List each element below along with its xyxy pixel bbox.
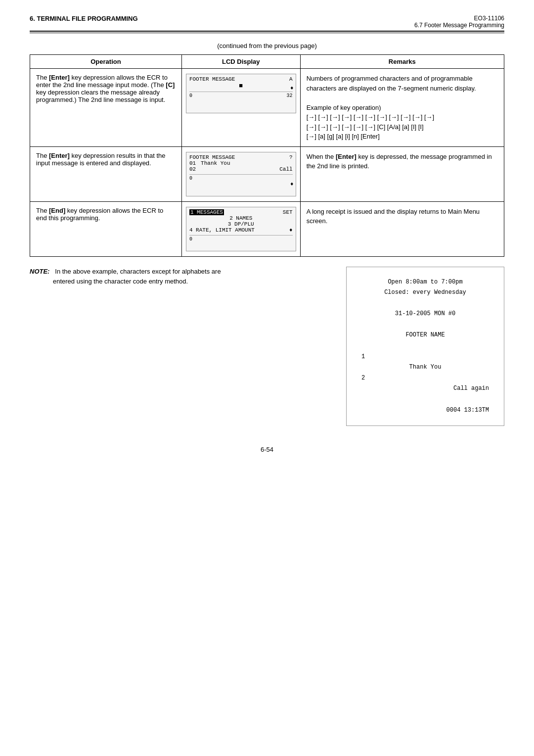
- remarks-cell-3: A long receipt is issued and the display…: [300, 201, 504, 256]
- operation-cell-3: The [End] key depression allows the ECR …: [30, 201, 182, 256]
- col-remarks: Remarks: [300, 55, 504, 69]
- note-section: NOTE: In the above example, characters e…: [30, 267, 504, 426]
- document-number: EO3-11106 6.7 Footer Message Programming: [414, 15, 504, 29]
- note-content: In the above example, characters except …: [51, 268, 221, 275]
- lcd-bar-3: 0: [189, 235, 293, 242]
- receipt-preview: Open 8:00am to 7:00pm Closed: every Wedn…: [346, 267, 504, 426]
- lcd-num-02: 02: [189, 166, 196, 172]
- receipt-blank-2: [361, 320, 489, 331]
- table-row: The [End] key depression allows the ECR …: [30, 201, 504, 256]
- op-text-2: The [Enter] key depression results in th…: [36, 152, 166, 167]
- page-number: 6-54: [30, 446, 504, 453]
- lcd-cursor: ■: [189, 82, 293, 90]
- lcd-arrow-2: ♦: [290, 181, 294, 187]
- col-lcd: LCD Display: [181, 55, 300, 69]
- table-row: The [Enter] key depression results in th…: [30, 146, 504, 201]
- lcd-cell-2: FOOTER MESSAGE ? 01 Thank You 02 Call ♦ …: [181, 146, 300, 201]
- lcd-num-01: 01: [189, 160, 196, 166]
- lcd-call: Call: [279, 166, 292, 172]
- receipt-blank-4: [361, 394, 489, 405]
- lcd-label-2: FOOTER MESSAGE: [189, 154, 235, 160]
- continued-label: (continued from the previous page): [30, 42, 504, 49]
- lcd-flag-1: A: [289, 76, 293, 82]
- receipt-thank-you: Thank You: [361, 362, 489, 373]
- lcd-cell-3: 1 MESSAGES SET 2 NAMES 3 DP/PLU 4 RATE, …: [181, 201, 300, 256]
- receipt-call-again: Call again: [361, 383, 489, 394]
- table-row: The [Enter] key depression allows the EC…: [30, 69, 504, 147]
- lcd-bar-1: 0 32: [189, 92, 293, 98]
- receipt-num-1: 1: [361, 352, 489, 363]
- receipt-blank-1: [361, 298, 489, 309]
- lcd-thankyou: Thank You: [201, 160, 230, 166]
- note-label: NOTE:: [30, 268, 49, 275]
- note-content-2: entered using the character code entry m…: [30, 278, 188, 285]
- lcd-cell-1: FOOTER MESSAGE A ■ ♦ 0 32: [181, 69, 300, 147]
- lcd-names: 2 NAMES: [189, 215, 293, 221]
- remarks-cell-2: When the [Enter] key is depressed, the m…: [300, 146, 504, 201]
- lcd-arrow-3: ♦: [289, 227, 293, 233]
- col-operation: Operation: [30, 55, 182, 69]
- operation-cell-2: The [Enter] key depression results in th…: [30, 146, 182, 201]
- receipt-date: 31-10-2005 MON #0: [361, 309, 489, 320]
- lcd-arrow-1: ♦: [290, 85, 294, 91]
- section-title: 6. TERMINAL FILE PROGRAMMING: [30, 15, 138, 22]
- receipt-line-2: Closed: every Wednesday: [361, 287, 489, 298]
- note-text: NOTE: In the above example, characters e…: [30, 267, 331, 287]
- receipt-timestamp: 0004 13:13TM: [361, 405, 489, 416]
- lcd-display-3: 1 MESSAGES SET 2 NAMES 3 DP/PLU 4 RATE, …: [186, 207, 296, 251]
- lcd-display-1: FOOTER MESSAGE A ■ ♦ 0 32: [186, 74, 296, 113]
- lcd-rate: 4 RATE, LIMIT AMOUNT: [189, 227, 255, 233]
- receipt-line-1: Open 8:00am to 7:00pm: [361, 277, 489, 288]
- lcd-dp: 3 DP/PLU: [189, 221, 293, 227]
- lcd-display-2: FOOTER MESSAGE ? 01 Thank You 02 Call ♦ …: [186, 152, 296, 196]
- operation-cell-1: The [Enter] key depression allows the EC…: [30, 69, 182, 147]
- receipt-footer-name: FOOTER NAME: [361, 330, 489, 341]
- lcd-label-1: FOOTER MESSAGE: [189, 76, 235, 82]
- programming-table: Operation LCD Display Remarks The [Enter…: [30, 54, 504, 257]
- op-text-3: The [End] key depression allows the ECR …: [36, 207, 163, 222]
- lcd-set: SET: [283, 209, 293, 215]
- lcd-messages: 1 MESSAGES: [189, 209, 224, 215]
- remarks-cell-1: Numbers of programmed characters and of …: [300, 69, 504, 147]
- lcd-bar-2: 0: [189, 174, 293, 181]
- receipt-num-2: 2: [361, 373, 489, 384]
- receipt-blank-3: [361, 341, 489, 352]
- op-text-1: The [Enter] key depression allows the EC…: [36, 74, 175, 103]
- page-header: 6. TERMINAL FILE PROGRAMMING EO3-11106 6…: [30, 15, 504, 29]
- lcd-flag-2: ?: [289, 154, 293, 160]
